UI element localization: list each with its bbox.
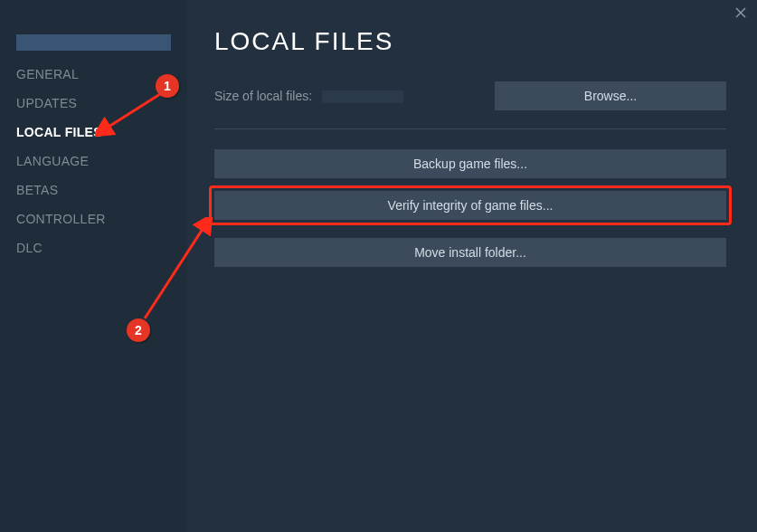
sidebar-item-dlc[interactable]: DLC: [0, 233, 187, 262]
backup-button[interactable]: Backup game files...: [214, 149, 726, 178]
close-icon[interactable]: [733, 5, 748, 20]
sidebar-item-label: CONTROLLER: [16, 212, 106, 226]
sidebar-item-label: LANGUAGE: [16, 154, 89, 168]
sidebar-item-betas[interactable]: BETAS: [0, 176, 187, 204]
sidebar-item-label: LOCAL FILES: [16, 125, 102, 139]
sidebar-item-controller[interactable]: CONTROLLER: [0, 204, 187, 233]
size-label-wrap: Size of local files:: [214, 88, 403, 104]
backup-row: Backup game files...: [214, 149, 726, 178]
size-value: [322, 90, 403, 103]
annotation-badge-2: 2: [127, 318, 150, 342]
sidebar-header-highlight: [16, 34, 171, 51]
sidebar-item-label: BETAS: [16, 183, 58, 197]
sidebar-item-label: DLC: [16, 241, 43, 255]
sidebar-item-local-files[interactable]: LOCAL FILES: [0, 118, 187, 147]
properties-dialog: GENERAL UPDATES LOCAL FILES LANGUAGE BET…: [0, 0, 757, 532]
sidebar-item-language[interactable]: LANGUAGE: [0, 147, 187, 176]
sidebar-item-label: GENERAL: [16, 67, 79, 81]
size-label: Size of local files:: [214, 89, 312, 103]
divider: [214, 128, 726, 129]
sidebar-item-label: UPDATES: [16, 96, 77, 110]
browse-button[interactable]: Browse...: [495, 81, 726, 110]
verify-button[interactable]: Verify integrity of game files...: [214, 191, 726, 220]
annotation-badge-1: 1: [156, 74, 179, 98]
move-row: Move install folder...: [214, 238, 726, 267]
main-panel: LOCAL FILES Size of local files: Browse.…: [187, 0, 757, 532]
move-button[interactable]: Move install folder...: [214, 238, 726, 267]
verify-row: Verify integrity of game files...: [214, 191, 726, 220]
size-row: Size of local files: Browse...: [214, 81, 726, 110]
page-title: LOCAL FILES: [214, 27, 726, 56]
